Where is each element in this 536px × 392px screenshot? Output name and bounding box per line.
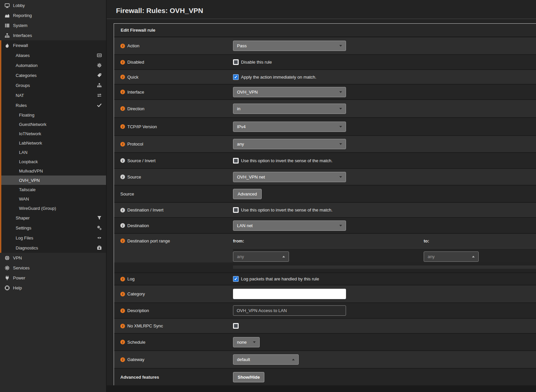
direction-select[interactable]: in — [233, 104, 346, 114]
log-checkbox[interactable]: ✓ — [233, 276, 239, 282]
sidebar-item-groups[interactable]: Groups — [1, 80, 106, 90]
sidebar-item-reporting[interactable]: Reporting — [0, 10, 106, 20]
field-label: Quick — [127, 75, 138, 80]
caret-down-icon — [339, 176, 342, 178]
field-label: Protocol — [127, 142, 143, 147]
plug-icon — [5, 275, 10, 280]
source-advanced-button[interactable]: Advanced — [233, 189, 262, 199]
sidebar-item-automation[interactable]: Automation — [1, 60, 106, 70]
field-label: Category — [127, 291, 145, 296]
category-input[interactable] — [233, 289, 346, 299]
destination-invert-checkbox[interactable] — [233, 207, 239, 213]
destination-port-from-select[interactable]: any — [233, 251, 289, 262]
tcp-ip-version-select[interactable]: IPv4 — [233, 122, 346, 132]
info-icon: i — [120, 308, 125, 313]
info-icon: i — [120, 60, 125, 65]
protocol-select[interactable]: any — [233, 139, 346, 149]
destination-select[interactable]: LAN net — [233, 220, 346, 231]
sidebar-item-floating[interactable]: Floating — [1, 110, 106, 120]
info-icon: i — [120, 158, 125, 163]
sidebar-item-nat[interactable]: NAT — [1, 90, 106, 100]
info-icon: i — [120, 142, 125, 147]
caret-down-icon — [253, 341, 256, 343]
interface-select[interactable]: OVH_VPN — [233, 87, 346, 97]
sidebar-item-rules[interactable]: Rules — [1, 100, 106, 110]
destination-port-to-select[interactable]: any — [424, 251, 479, 262]
form-row-destination: iDestinationLAN net — [114, 217, 536, 233]
sidebar-item-loopback[interactable]: Loopback — [1, 157, 106, 166]
field-label: Source — [120, 192, 134, 196]
desktop-icon — [5, 3, 10, 8]
info-icon: i — [120, 277, 125, 281]
info-icon: i — [120, 292, 125, 296]
field-label: Gateway — [127, 357, 144, 362]
sidebar-item-guestnetwork[interactable]: GuestNetwork — [1, 120, 106, 129]
sidebar-item-settings[interactable]: Settings — [1, 223, 106, 233]
sidebar-item-shaper[interactable]: Shaper — [1, 213, 106, 223]
field-label: Schedule — [127, 340, 145, 345]
info-icon: i — [120, 106, 125, 111]
no-xmlrpc-sync-checkbox[interactable] — [233, 323, 239, 329]
caret-down-icon — [339, 225, 342, 226]
edit-firewall-rule-panel: Edit Firewall rule iActionPassiDisabledD… — [114, 23, 536, 385]
form-row-protocol: iProtocolany — [114, 135, 536, 152]
action-select[interactable]: Pass — [233, 41, 346, 51]
form-row-schedule: iSchedulenone — [114, 333, 536, 350]
sidebar-item-diagnostics[interactable]: Diagnostics — [1, 243, 106, 253]
caret-down-icon — [339, 126, 342, 128]
sidebar-item-interfaces[interactable]: Interfaces — [0, 30, 106, 40]
gateway-select[interactable]: default — [233, 354, 299, 365]
form-row-source: iSourceOVH_VPN net — [114, 168, 536, 185]
sidebar-item-tailscale[interactable]: Tailscale — [1, 185, 106, 194]
horizontal-scrollbar[interactable] — [233, 265, 536, 269]
sidebar-item-system[interactable]: System — [0, 20, 106, 30]
title-divider — [107, 19, 536, 19]
sidebar-item-categories[interactable]: Categories — [1, 70, 106, 80]
schedule-select[interactable]: none — [233, 337, 260, 347]
source-invert-checkbox[interactable] — [233, 158, 239, 164]
sidebar-item-wan[interactable]: WAN — [1, 194, 106, 203]
source-select[interactable]: OVH_VPN net — [233, 172, 346, 182]
form-row-category: iCategory — [114, 285, 536, 302]
sidebar-item-vpn[interactable]: VPN — [0, 253, 106, 263]
sidebar-item-iotnetwork[interactable]: IoTNetwork — [1, 129, 106, 138]
port-range-footer — [114, 262, 536, 272]
info-icon: i — [120, 208, 125, 212]
advanced-features-button[interactable]: Show/Hide — [233, 372, 264, 382]
sidebar-item-power[interactable]: Power — [0, 273, 106, 283]
exchange-icon — [97, 93, 102, 98]
form-row-source-advanced: SourceAdvanced — [114, 185, 536, 202]
sidebar-item-labnetwork[interactable]: LabNetwork — [1, 138, 106, 148]
list-alt-icon — [97, 53, 102, 58]
caret-up-icon — [282, 256, 285, 257]
info-icon: i — [120, 357, 125, 362]
fire-icon — [5, 43, 10, 48]
sidebar-item-log-files[interactable]: Log Files — [1, 233, 106, 243]
main-content: Firewall: Rules: OVH_VPN Edit Firewall r… — [107, 0, 536, 392]
sidebar-item-aliases[interactable]: Aliases — [1, 50, 106, 60]
caret-down-icon — [339, 91, 342, 93]
gear-icon — [97, 63, 102, 68]
sidebar-item-ovh-vpn[interactable]: OVH_VPN — [1, 176, 106, 185]
sidebar-item-firewall[interactable]: Firewall — [1, 40, 106, 50]
sidebar-item-help[interactable]: Help — [0, 283, 106, 293]
form-row-log: iLog✓Log packets that are handled by thi… — [114, 272, 536, 285]
sidebar-item-wireguard-group[interactable]: WireGuard (Group) — [1, 203, 106, 213]
sidebar-item-lobby[interactable]: Lobby — [0, 0, 106, 10]
field-label: No XMLRPC Sync — [127, 323, 163, 328]
sidebar-item-services[interactable]: Services — [0, 263, 106, 273]
quick-checkbox[interactable]: ✓ — [233, 74, 239, 80]
info-icon: i — [120, 90, 125, 94]
info-icon: i — [120, 238, 125, 243]
sidebar-section-firewall: FirewallAliasesAutomationCategoriesGroup… — [0, 40, 106, 253]
filter-icon — [97, 215, 102, 220]
sidebar-item-lan[interactable]: LAN — [1, 148, 106, 157]
sidebar: LobbyReportingSystemInterfacesFirewallAl… — [0, 0, 107, 392]
disabled-checkbox[interactable] — [233, 59, 239, 65]
sidebar-item-mullvadvpn[interactable]: MullvadVPN — [1, 166, 106, 176]
description-input[interactable] — [233, 305, 346, 316]
caret-up-icon — [472, 256, 475, 257]
field-label: Destination — [127, 223, 149, 228]
field-label: Log — [127, 276, 135, 281]
form-row-quick: iQuick✓Apply the action immediately on m… — [114, 69, 536, 84]
